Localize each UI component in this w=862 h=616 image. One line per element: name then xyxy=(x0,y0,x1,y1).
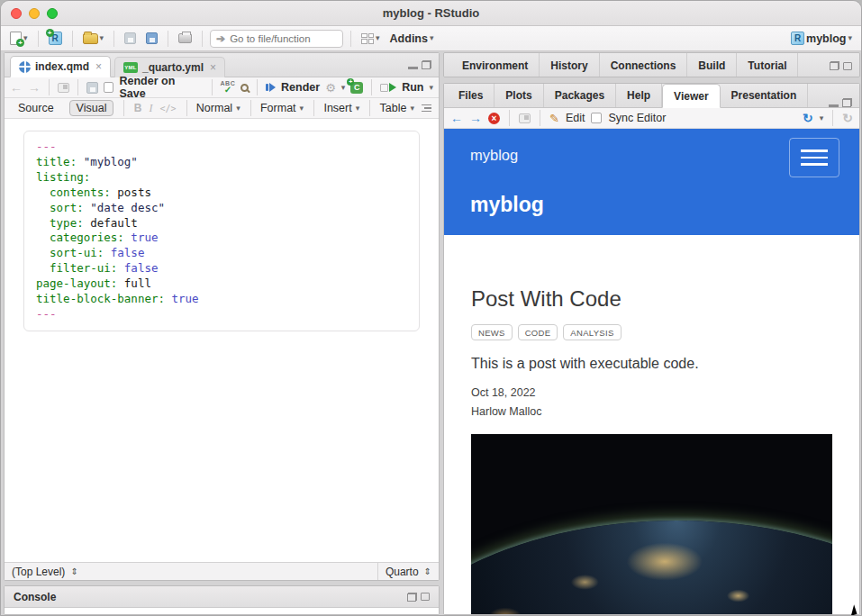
yaml-frontmatter-block[interactable]: --- title: "myblog" listing: contents: p… xyxy=(23,131,420,331)
minimize-pane-icon[interactable] xyxy=(829,104,839,107)
hamburger-menu-button[interactable] xyxy=(789,138,839,177)
save-file-icon[interactable] xyxy=(86,82,98,94)
save-all-icon xyxy=(146,32,158,44)
tab-presentation[interactable]: Presentation xyxy=(721,84,809,107)
render-options-caret-icon[interactable]: ▾ xyxy=(341,84,346,92)
scope-selector[interactable]: (Top Level) ⇕ xyxy=(5,566,377,578)
render-on-save-label: Render on Save xyxy=(119,75,203,100)
tab-build[interactable]: Build xyxy=(687,53,737,77)
divider xyxy=(72,31,73,47)
close-tab-icon[interactable]: × xyxy=(210,61,216,74)
format-menu[interactable]: Format ▾ xyxy=(260,102,304,114)
console-header[interactable]: Console xyxy=(5,586,439,608)
new-file-icon: + xyxy=(10,32,22,45)
sync-editor-checkbox[interactable] xyxy=(591,113,602,123)
reload-icon[interactable]: ↻ xyxy=(842,112,853,124)
minimize-pane-icon[interactable] xyxy=(408,67,418,69)
files-pane: Files Plots Packages Help Viewer Present… xyxy=(443,83,860,615)
environment-tabbar: Environment History Connections Build Tu… xyxy=(444,53,859,77)
tab-label: index.qmd xyxy=(35,60,89,73)
close-tab-icon[interactable]: × xyxy=(95,60,102,73)
save-button[interactable] xyxy=(122,31,139,46)
tab-index-qmd[interactable]: index.qmd × xyxy=(10,56,111,77)
tab-connections[interactable]: Connections xyxy=(600,53,688,77)
tab-tutorial[interactable]: Tutorial xyxy=(737,53,798,77)
maximize-pane-icon[interactable] xyxy=(843,62,852,70)
goto-file-search[interactable]: ➔ xyxy=(210,30,343,48)
print-button[interactable] xyxy=(176,32,195,45)
post-author: Harlow Malloc xyxy=(471,405,832,418)
post-title-link[interactable]: Post With Code xyxy=(471,286,832,312)
run-button[interactable]: Run xyxy=(402,81,423,94)
code-line: filter-ui: false xyxy=(36,261,407,276)
new-file-button[interactable]: + ▾ xyxy=(7,30,31,47)
render-icon[interactable] xyxy=(266,83,276,92)
visual-mode-button[interactable]: Visual xyxy=(69,100,114,116)
viewer-stop-icon[interactable]: × xyxy=(488,113,500,124)
tab-plots[interactable]: Plots xyxy=(495,84,543,107)
publish-icon[interactable]: ↻ xyxy=(803,112,813,124)
paragraph-style-dropdown[interactable]: Normal ▾ xyxy=(196,102,240,114)
tab-history[interactable]: History xyxy=(540,53,599,77)
pane-layout-caret-icon: ▾ xyxy=(376,34,380,42)
forward-icon[interactable]: → xyxy=(28,81,41,94)
earth-globe-graphic xyxy=(471,521,832,614)
viewer-forward-icon[interactable]: → xyxy=(469,112,482,124)
badge-analysis[interactable]: ANALYSIS xyxy=(563,324,621,340)
edit-icon[interactable]: ✎ xyxy=(549,113,559,124)
render-button[interactable]: Render xyxy=(281,81,320,94)
publish-caret-icon[interactable]: ▾ xyxy=(820,114,824,122)
search-icon[interactable] xyxy=(240,84,249,92)
table-menu-label: Table xyxy=(380,102,407,114)
gear-icon[interactable]: ⚙ xyxy=(325,82,336,94)
insert-chunk-icon[interactable]: C+ xyxy=(350,82,363,94)
back-icon[interactable]: ← xyxy=(10,81,23,94)
viewer-content: myblog myblog Post With Code NEWS CODE A… xyxy=(444,129,859,614)
project-caret-icon: ▾ xyxy=(848,34,852,42)
open-file-button[interactable]: ▾ xyxy=(80,32,107,46)
editor-content[interactable]: --- title: "myblog" listing: contents: p… xyxy=(5,119,439,562)
post-date: Oct 18, 2022 xyxy=(471,386,832,399)
outline-toggle-icon[interactable] xyxy=(422,104,431,113)
tab-label: _quarto.yml xyxy=(142,61,204,74)
badge-code[interactable]: CODE xyxy=(518,324,558,340)
post-thumbnail-earth-image[interactable] xyxy=(471,434,832,614)
goto-file-input[interactable] xyxy=(230,33,329,44)
code-button[interactable]: </> xyxy=(159,104,176,113)
tab-viewer[interactable]: Viewer xyxy=(662,84,720,108)
tab-files[interactable]: Files xyxy=(448,84,495,107)
save-all-button[interactable] xyxy=(143,31,160,46)
chevron-down-icon: ▾ xyxy=(356,104,360,113)
viewer-toolbar: ← → × ✎ Edit Sync Editor ↻ ▾ ↻ xyxy=(444,108,859,129)
code-line: title-block-banner: true xyxy=(36,292,407,307)
run-caret-icon[interactable]: ▾ xyxy=(429,84,433,92)
tab-environment[interactable]: Environment xyxy=(451,53,540,77)
italic-button[interactable]: I xyxy=(149,102,152,115)
open-file-caret-icon: ▾ xyxy=(100,34,104,42)
restore-pane-icon[interactable] xyxy=(407,593,417,602)
maximize-pane-icon[interactable] xyxy=(422,60,431,69)
open-in-window-icon[interactable] xyxy=(58,83,69,93)
insert-menu[interactable]: Insert ▾ xyxy=(323,102,359,114)
render-on-save-checkbox[interactable] xyxy=(104,82,114,93)
tab-packages[interactable]: Packages xyxy=(544,84,616,107)
restore-pane-icon[interactable] xyxy=(830,61,839,70)
bold-button[interactable]: B xyxy=(134,102,142,114)
viewer-back-icon[interactable]: ← xyxy=(450,112,463,124)
maximize-pane-icon[interactable] xyxy=(842,98,852,107)
project-menu-button[interactable]: R myblog ▾ xyxy=(788,30,855,47)
pane-layout-button[interactable]: ▾ xyxy=(358,32,383,46)
source-mode-button[interactable]: Source xyxy=(12,101,60,115)
filetype-selector[interactable]: Quarto ⇕ xyxy=(377,563,439,580)
format-menu-label: Format xyxy=(260,102,296,114)
tab-help[interactable]: Help xyxy=(616,84,662,107)
edit-button[interactable]: Edit xyxy=(566,112,585,124)
spellcheck-icon[interactable]: ABC✓ xyxy=(221,80,236,95)
new-project-button[interactable]: R+ xyxy=(46,30,65,47)
table-menu[interactable]: Table ▾ xyxy=(380,102,414,114)
console-body[interactable] xyxy=(5,608,439,614)
badge-news[interactable]: NEWS xyxy=(471,324,513,340)
addins-button[interactable]: Addins ▾ xyxy=(387,31,437,47)
open-in-browser-icon[interactable] xyxy=(519,113,531,123)
maximize-pane-icon[interactable] xyxy=(421,593,430,601)
